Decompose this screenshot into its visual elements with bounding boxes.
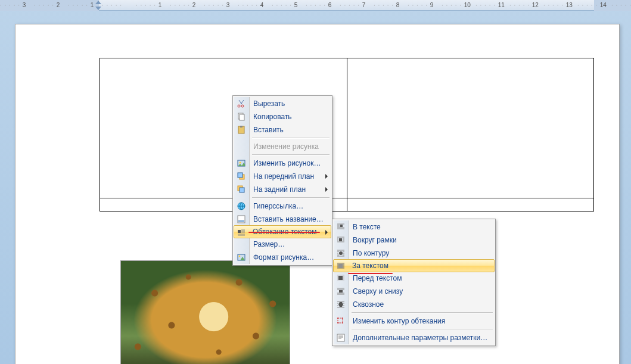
wrap-square-icon (336, 235, 346, 245)
menu-separator (352, 329, 493, 330)
menu-item-вставить[interactable]: Вставить (234, 123, 331, 136)
menu-item-label: Вырезать (253, 99, 285, 108)
ruler-tick: 3 (0, 2, 34, 8)
copy-icon (237, 112, 246, 122)
menu-item-label: Копировать (253, 113, 292, 121)
menu-item-label: Изменение рисунка (253, 142, 319, 151)
edit-wrap-icon (336, 316, 346, 326)
svg-point-20 (339, 251, 343, 255)
paste-icon (237, 125, 246, 135)
ruler-tick: 8 (374, 2, 408, 8)
highlight-marker (248, 232, 320, 233)
change-pic-icon (237, 158, 246, 168)
more-layout-icon (336, 333, 346, 343)
wrap-front-icon (336, 273, 346, 283)
menu-item-label: Вокруг рамки (353, 236, 397, 244)
wrap-through-icon (336, 300, 346, 309)
wrap-inline-icon (336, 222, 346, 232)
submenu-arrow-icon (325, 174, 328, 179)
wrap-tight-icon (336, 248, 346, 258)
menu-item-копировать[interactable]: Копировать (234, 110, 331, 123)
menu-item-сквозное[interactable]: Сквозное (334, 298, 494, 311)
svg-point-7 (240, 162, 241, 164)
svg-rect-29 (337, 334, 344, 341)
svg-point-27 (337, 322, 338, 323)
svg-point-28 (342, 322, 343, 323)
hanging-indent-icon[interactable] (95, 7, 101, 10)
menu-item-размер[interactable]: Размер… (234, 238, 331, 251)
menu-separator (252, 197, 330, 198)
menu-item-label: Вставить (253, 126, 284, 134)
menu-item-изменить-рисунок[interactable]: Изменить рисунок… (234, 157, 331, 170)
ruler-tick: 14 (577, 2, 611, 8)
menu-item-label: На передний план (253, 172, 314, 181)
bring-front-icon (237, 172, 246, 181)
menu-item-сверху-и-снизу[interactable]: Сверху и снизу (334, 285, 494, 298)
svg-rect-5 (240, 126, 243, 127)
menu-item-label: Дополнительные параметры разметки… (353, 334, 487, 342)
menu-item-label: Вставить название… (253, 215, 324, 223)
svg-rect-23 (339, 290, 343, 293)
svg-rect-11 (240, 188, 244, 192)
table-cell[interactable] (347, 198, 594, 211)
svg-rect-3 (240, 114, 244, 120)
menu-item-label: Гиперссылка… (253, 202, 303, 210)
wrap-topbot-icon (336, 287, 346, 296)
menu-item-label: Сверху и снизу (353, 287, 403, 295)
menu-item-за-текстом[interactable]: За текстом (333, 259, 495, 272)
indent-markers[interactable] (99, 1, 200, 10)
format-pic-icon (237, 253, 246, 262)
menu-item-вставить-название[interactable]: Вставить название… (234, 213, 331, 226)
wrap-behind-icon (336, 262, 346, 271)
wrap-text-submenu: В текстеВокруг рамкиПо контуруЗа текстом… (332, 219, 496, 346)
hyperlink-icon (237, 201, 246, 211)
menu-item-в-тексте[interactable]: В тексте (334, 220, 494, 234)
first-line-indent-icon[interactable] (95, 1, 101, 4)
table-cell[interactable] (347, 58, 594, 198)
svg-point-25 (337, 318, 338, 319)
ruler-tick: 6 (306, 2, 340, 8)
svg-point-1 (241, 105, 244, 107)
document-table[interactable] (100, 58, 594, 211)
svg-rect-13 (238, 216, 245, 223)
ruler-tick: 3 (204, 2, 238, 8)
svg-rect-9 (238, 173, 243, 178)
submenu-arrow-icon (325, 230, 328, 235)
svg-point-26 (342, 318, 343, 319)
menu-item-вокруг-рамки[interactable]: Вокруг рамки (334, 234, 494, 247)
svg-rect-19 (339, 238, 342, 241)
menu-item-на-задний-план[interactable]: На задний план (234, 183, 331, 196)
menu-item-гиперссылка[interactable]: Гиперссылка… (234, 200, 331, 213)
horizontal-ruler[interactable]: 3211234567891011121314151617 (0, 0, 631, 11)
menu-item-label: Сквозное (353, 300, 384, 309)
menu-item-вырезать[interactable]: Вырезать (234, 97, 331, 110)
menu-separator (252, 138, 330, 139)
svg-rect-15 (238, 230, 241, 233)
ruler-tick: 2 (34, 2, 68, 8)
menu-item-изменение-рисунка: Изменение рисунка (234, 140, 331, 153)
menu-item-дополнительные-параметры-разметки[interactable]: Дополнительные параметры разметки… (334, 331, 494, 344)
submenu-arrow-icon (325, 187, 328, 192)
menu-item-формат-рисунка[interactable]: Формат рисунка… (234, 251, 331, 264)
ruler-tick: 9 (408, 2, 442, 8)
menu-item-на-передний-план[interactable]: На передний план (234, 170, 331, 183)
inserted-image[interactable] (120, 260, 290, 364)
svg-rect-14 (238, 220, 244, 222)
svg-point-0 (238, 105, 240, 107)
ruler-tick: 13 (543, 2, 577, 8)
menu-item-label: В тексте (353, 223, 381, 231)
svg-rect-22 (338, 276, 343, 280)
ruler-tick: 7 (340, 2, 374, 8)
menu-item-изменить-контур-обтекания[interactable]: Изменить контур обтекания (334, 315, 494, 328)
menu-item-label: На задний план (253, 185, 306, 194)
ruler-tick: 12 (509, 2, 543, 8)
menu-item-label: За текстом (352, 262, 388, 270)
menu-item-по-контуру[interactable]: По контуру (334, 247, 494, 260)
highlight-marker (348, 273, 393, 274)
wrap-icon (237, 228, 246, 237)
blank-icon (237, 142, 246, 151)
menu-item-label: Размер… (253, 240, 285, 248)
ruler-tick: 5 (272, 2, 306, 8)
caption-icon (237, 214, 246, 224)
context-menu: ВырезатьКопироватьВставитьИзменение рису… (232, 95, 332, 266)
